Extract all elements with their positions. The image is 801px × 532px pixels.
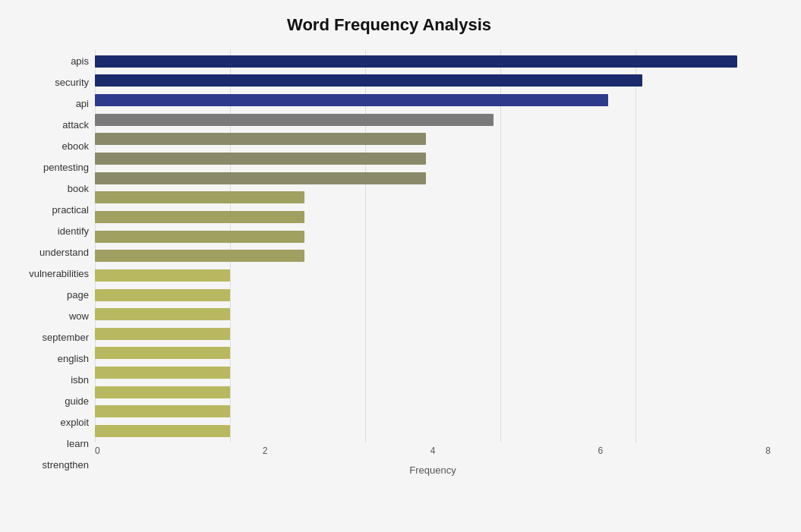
y-label: strengthen	[43, 457, 89, 474]
bar	[95, 153, 426, 165]
y-label: apis	[71, 52, 89, 69]
chart-body: apissecurityapiattackebookpentestingbook…	[8, 50, 771, 476]
bar-row	[95, 385, 771, 400]
y-label: english	[58, 351, 89, 367]
y-label: vulnerabilities	[29, 265, 89, 282]
bar	[95, 367, 230, 379]
bar-row	[95, 423, 771, 439]
x-tick: 2	[263, 445, 268, 456]
bar-row	[95, 171, 771, 186]
bar-row	[95, 268, 771, 283]
bars-container	[95, 50, 771, 442]
bar	[95, 133, 426, 145]
bar-row	[95, 73, 771, 88]
y-label: page	[67, 287, 89, 304]
y-label: guide	[65, 393, 89, 410]
y-axis: apissecurityapiattackebookpentestingbook…	[8, 50, 95, 476]
x-axis: 02468 Frequency	[95, 445, 771, 476]
y-label: understand	[39, 244, 89, 260]
y-label: wow	[69, 308, 89, 325]
bar	[95, 172, 426, 184]
y-label: api	[76, 95, 89, 112]
bar-row	[95, 307, 771, 322]
bar-row	[95, 345, 771, 360]
bar	[95, 94, 608, 106]
bar	[95, 191, 304, 203]
bar-row	[95, 93, 771, 108]
bar-row	[95, 288, 771, 303]
y-label: book	[68, 180, 89, 197]
y-label: ebook	[62, 137, 89, 154]
bar-row	[95, 404, 771, 419]
x-tick: 6	[598, 445, 603, 456]
bar	[95, 55, 737, 68]
bar-row	[95, 365, 771, 380]
bar	[95, 74, 642, 87]
y-label: learn	[67, 436, 89, 452]
x-tick: 4	[430, 445, 436, 456]
bar	[95, 114, 494, 126]
bar	[95, 211, 304, 223]
x-ticks: 02468	[95, 445, 771, 456]
bar	[95, 250, 304, 262]
chart-title: Word Frequency Analysis	[8, 15, 771, 35]
bar-row	[95, 229, 771, 244]
bar-row	[95, 54, 771, 69]
bar-row	[95, 326, 771, 342]
bar-row	[95, 131, 771, 146]
y-label: pentesting	[43, 159, 89, 175]
bar	[95, 386, 230, 398]
y-label: september	[43, 329, 89, 346]
bar	[95, 289, 230, 301]
bar-row	[95, 112, 771, 127]
bar	[95, 405, 230, 417]
x-axis-label: Frequency	[409, 464, 456, 476]
bar	[95, 308, 230, 320]
bar	[95, 425, 230, 437]
y-label: security	[55, 74, 89, 90]
bar	[95, 328, 230, 340]
y-label: attack	[62, 116, 89, 133]
bar-row	[95, 209, 771, 225]
bar-row	[95, 248, 771, 263]
y-label: isbn	[71, 372, 89, 389]
y-label: practical	[52, 201, 89, 218]
x-tick: 8	[765, 445, 771, 456]
y-label: identify	[58, 222, 89, 239]
bar	[95, 231, 304, 243]
chart-container: Word Frequency Analysis apissecurityapia…	[0, 0, 801, 532]
plot-area: 02468 Frequency	[95, 50, 771, 476]
y-label: exploit	[60, 414, 89, 431]
x-tick: 0	[95, 445, 100, 456]
bar-row	[95, 151, 771, 166]
bar-row	[95, 190, 771, 205]
bars-area	[95, 50, 771, 442]
bar	[95, 269, 230, 282]
bar	[95, 347, 230, 359]
